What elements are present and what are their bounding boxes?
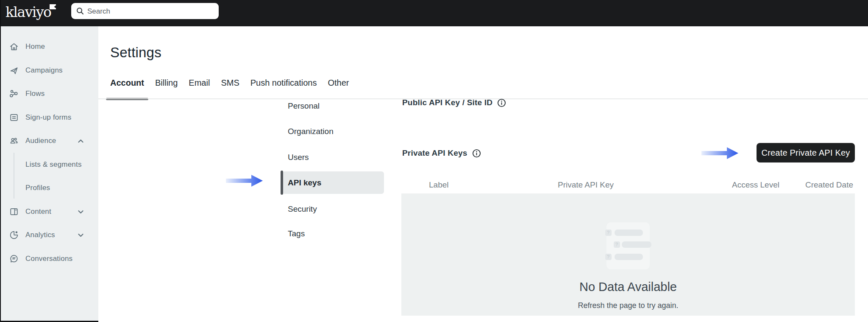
column-header-access-level: Access Level	[732, 180, 779, 190]
info-icon[interactable]	[472, 149, 481, 158]
private-api-keys-empty-panel: ? ? ? No Data Available Refresh the page…	[401, 193, 855, 316]
settings-nav-personal[interactable]: Personal	[282, 95, 384, 117]
klaviyo-flag-icon	[50, 4, 56, 9]
column-header-created-date: Created Date	[805, 180, 853, 190]
private-api-keys-title: Private API Keys	[402, 148, 481, 158]
home-icon	[9, 42, 19, 52]
sidebar-item-audience[interactable]: Audience	[0, 134, 98, 147]
sidebar-item-campaigns[interactable]: Campaigns	[0, 64, 98, 77]
sidebar-item-lists-segments[interactable]: Lists & segments	[0, 158, 98, 171]
column-header-private-api-key: Private API Key	[558, 180, 614, 190]
page-title: Settings	[110, 45, 161, 61]
chevron-down-icon	[77, 208, 84, 216]
pie-chart-icon	[9, 230, 19, 240]
sidebar-item-label: Lists & segments	[25, 160, 82, 169]
sidebar-item-label: Profiles	[25, 184, 50, 192]
flow-nodes-icon	[9, 89, 19, 99]
sidebar-item-label: Campaigns	[25, 66, 63, 75]
top-bar: klaviyo	[0, 0, 868, 26]
sidebar-item-label: Sign-up forms	[25, 113, 71, 122]
klaviyo-logo[interactable]: klaviyo	[6, 4, 51, 20]
settings-nav-users[interactable]: Users	[282, 146, 384, 168]
left-edge	[0, 0, 1, 322]
settings-nav-security[interactable]: Security	[282, 198, 384, 220]
settings-nav-tags[interactable]: Tags	[282, 222, 384, 245]
sidebar-item-sign-up-forms[interactable]: Sign-up forms	[0, 111, 98, 124]
sidebar-item-label: Content	[25, 207, 51, 216]
no-data-title: No Data Available	[401, 280, 855, 294]
annotation-arrow-api-keys	[226, 174, 263, 187]
search-icon	[76, 7, 84, 15]
sidebar-item-conversations[interactable]: Conversations	[0, 252, 98, 265]
settings-nav-organization[interactable]: Organization	[282, 120, 384, 143]
public-api-key-title: Public API Key / Site ID	[402, 98, 506, 107]
chevron-down-icon	[77, 232, 84, 239]
create-private-api-key-button[interactable]: Create Private API Key	[757, 143, 855, 162]
sidebar: HomeCampaignsFlowsSign-up formsAudienceL…	[0, 26, 98, 322]
chat-bubble-icon	[9, 254, 19, 264]
chevron-up-icon	[77, 137, 84, 145]
content-icon	[9, 207, 19, 217]
sidebar-item-label: Flows	[25, 90, 45, 98]
sidebar-item-flows[interactable]: Flows	[0, 87, 98, 100]
sidebar-item-label: Audience	[25, 137, 56, 145]
search-box[interactable]	[71, 3, 219, 19]
tab-account[interactable]: Account	[106, 75, 148, 99]
sidebar-item-label: Analytics	[25, 231, 55, 239]
settings-nav-api-keys[interactable]: API keys	[282, 171, 384, 194]
people-icon	[9, 136, 19, 146]
sidebar-item-label: Home	[25, 42, 45, 51]
column-header-label: Label	[429, 180, 449, 190]
sidebar-item-profiles[interactable]: Profiles	[0, 182, 98, 194]
tab-billing[interactable]: Billing	[151, 75, 182, 99]
tab-sms[interactable]: SMS	[217, 75, 243, 99]
sidebar-item-label: Conversations	[25, 255, 72, 263]
no-data-subtitle: Refresh the page to try again.	[401, 301, 855, 310]
search-input[interactable]	[86, 3, 215, 20]
paper-plane-icon	[9, 65, 19, 76]
sidebar-item-home[interactable]: Home	[0, 40, 98, 53]
no-data-illustration: ? ? ?	[605, 222, 651, 269]
info-icon[interactable]	[497, 98, 506, 107]
sidebar-item-analytics[interactable]: Analytics	[0, 229, 98, 241]
sidebar-item-content[interactable]: Content	[0, 205, 98, 218]
annotation-arrow-create-button	[701, 147, 739, 160]
tab-email[interactable]: Email	[184, 75, 214, 99]
form-icon	[9, 112, 19, 123]
